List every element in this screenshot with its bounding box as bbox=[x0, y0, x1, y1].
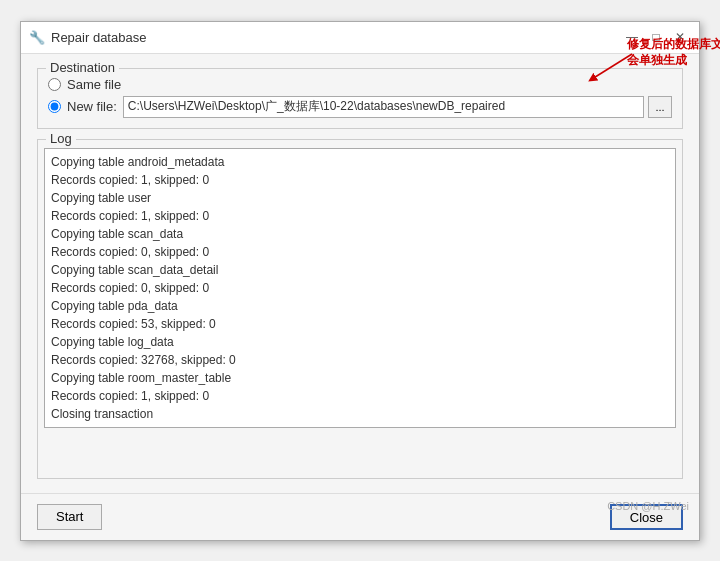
log-line: Closing transaction bbox=[51, 405, 669, 423]
log-line: Records copied: 0, skipped: 0 bbox=[51, 243, 669, 261]
same-file-label: Same file bbox=[67, 77, 121, 92]
log-line: Copying table room_master_table bbox=[51, 369, 669, 387]
svg-line-1 bbox=[592, 54, 632, 79]
title-bar: 🔧 Repair database — □ ✕ bbox=[21, 22, 699, 54]
main-window: 🔧 Repair database — □ ✕ Destination Same… bbox=[20, 21, 700, 541]
log-line: Records copied: 1, skipped: 0 bbox=[51, 171, 669, 189]
log-line: Records copied: 0, skipped: 0 bbox=[51, 279, 669, 297]
watermark: CSDN @H.ZWei bbox=[607, 500, 689, 512]
content-area: Destination Same file New file: ... bbox=[21, 54, 699, 493]
log-section: Log Copying table android_metadataRecord… bbox=[37, 139, 683, 479]
log-line: Repair successful! bbox=[51, 423, 669, 428]
new-file-row: New file: ... bbox=[48, 96, 672, 118]
log-line: Records copied: 1, skipped: 0 bbox=[51, 207, 669, 225]
new-file-input[interactable] bbox=[123, 96, 644, 118]
destination-label: Destination bbox=[46, 60, 119, 75]
destination-section: Destination Same file New file: ... bbox=[37, 68, 683, 129]
log-line: Copying table scan_data_detail bbox=[51, 261, 669, 279]
log-line: Records copied: 32768, skipped: 0 bbox=[51, 351, 669, 369]
log-line: Copying table log_data bbox=[51, 333, 669, 351]
log-output[interactable]: Copying table android_metadataRecords co… bbox=[44, 148, 676, 428]
log-line: Records copied: 53, skipped: 0 bbox=[51, 315, 669, 333]
title-bar-controls: — □ ✕ bbox=[621, 27, 691, 47]
maximize-button[interactable]: □ bbox=[645, 27, 667, 47]
same-file-row: Same file bbox=[48, 77, 672, 92]
footer: Start Close bbox=[21, 493, 699, 540]
start-button[interactable]: Start bbox=[37, 504, 102, 530]
window-title: Repair database bbox=[51, 30, 146, 45]
title-bar-left: 🔧 Repair database bbox=[29, 29, 146, 45]
window-icon: 🔧 bbox=[29, 29, 45, 45]
browse-button[interactable]: ... bbox=[648, 96, 672, 118]
minimize-button[interactable]: — bbox=[621, 27, 643, 47]
new-file-radio[interactable] bbox=[48, 100, 61, 113]
log-line: Copying table scan_data bbox=[51, 225, 669, 243]
log-line: Copying table android_metadata bbox=[51, 153, 669, 171]
new-file-label: New file: bbox=[67, 99, 117, 114]
same-file-radio[interactable] bbox=[48, 78, 61, 91]
log-line: Copying table user bbox=[51, 189, 669, 207]
log-line: Copying table pda_data bbox=[51, 297, 669, 315]
window-close-button[interactable]: ✕ bbox=[669, 27, 691, 47]
log-label: Log bbox=[46, 131, 76, 146]
log-line: Records copied: 1, skipped: 0 bbox=[51, 387, 669, 405]
